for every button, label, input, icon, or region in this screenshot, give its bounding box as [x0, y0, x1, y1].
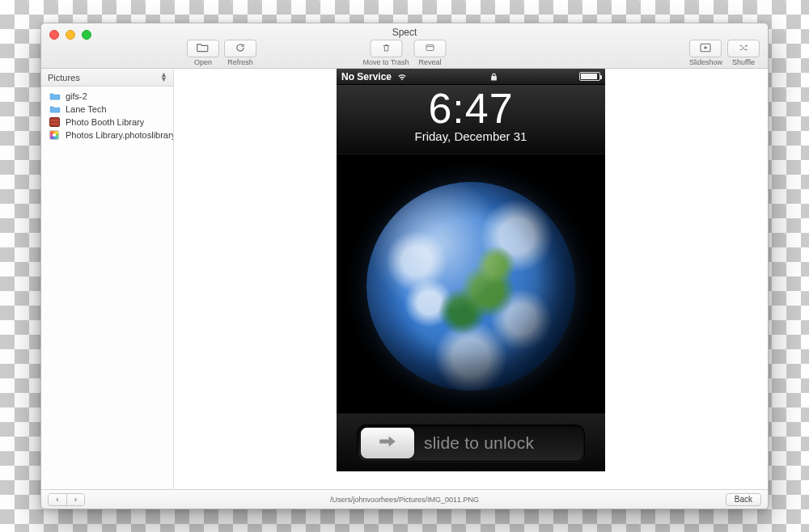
sidebar-item-label: gifs-2: [66, 91, 87, 101]
refresh-label: Refresh: [227, 58, 253, 66]
history-nav: ‹ ›: [48, 493, 85, 506]
shuffle-icon: [737, 43, 750, 55]
image-viewer: No Service 6:47 Friday, December 31: [174, 69, 768, 489]
titlebar: Spect Open Re: [41, 23, 768, 69]
photo-booth-icon: [49, 117, 61, 127]
open-label: Open: [194, 58, 212, 66]
lock-icon: [490, 72, 498, 82]
sidebar-item-label: Photo Booth Library: [66, 117, 144, 127]
slideshow-button[interactable]: [689, 40, 722, 57]
move-to-trash-button[interactable]: [370, 40, 402, 57]
sidebar-header[interactable]: Pictures ▲▼: [41, 69, 173, 87]
window-title: Spect: [41, 27, 768, 38]
footer-bar: ‹ › /Users/johnvoorhees/Pictures/IMG_001…: [41, 489, 768, 509]
open-folder-icon: [196, 42, 210, 55]
back-button-label: Back: [735, 495, 752, 504]
sort-stepper-icon[interactable]: ▲▼: [160, 73, 167, 82]
trash-icon: [381, 42, 391, 56]
shuffle-button[interactable]: [727, 40, 760, 57]
sidebar-header-label: Pictures: [48, 73, 80, 82]
arrow-right-icon: [377, 433, 398, 453]
reveal-button[interactable]: [414, 40, 447, 57]
lockscreen-time: 6:47: [337, 85, 605, 131]
refresh-icon: [235, 42, 246, 56]
open-button[interactable]: [187, 40, 219, 57]
trash-label: Move to Trash: [362, 58, 409, 66]
folder-icon: [49, 104, 61, 114]
wifi-icon: [396, 72, 408, 81]
slideshow-label: Slideshow: [689, 58, 722, 66]
toolbar: Open Refresh: [41, 40, 768, 69]
sidebar: Pictures ▲▼ gifs-2 Lane Tech: [41, 69, 174, 489]
folder-icon: [49, 91, 61, 101]
file-path: /Users/johnvoorhees/Pictures/IMG_0011.PN…: [330, 496, 479, 504]
carrier-text: No Service: [341, 71, 392, 82]
battery-icon: [579, 72, 600, 81]
shuffle-label: Shuffle: [732, 58, 755, 66]
sidebar-item-lane-tech[interactable]: Lane Tech: [41, 103, 173, 116]
sidebar-item-gifs-2[interactable]: gifs-2: [41, 90, 173, 103]
photos-library-icon: [49, 130, 61, 140]
slide-knob[interactable]: [361, 428, 414, 458]
status-bar: No Service: [337, 69, 605, 85]
nav-forward-button[interactable]: ›: [66, 494, 84, 505]
back-button[interactable]: Back: [726, 493, 761, 506]
sidebar-item-photos-library[interactable]: Photos Library.photoslibrary: [41, 129, 173, 141]
clock-band: 6:47 Friday, December 31: [337, 85, 605, 154]
chevron-right-icon: ›: [74, 495, 77, 504]
refresh-button[interactable]: [224, 40, 256, 57]
app-window: Spect Open Re: [40, 23, 769, 509]
sidebar-list: gifs-2 Lane Tech Photo Booth Library Pho…: [41, 87, 173, 145]
nav-back-button[interactable]: ‹: [49, 494, 66, 505]
sidebar-item-photo-booth[interactable]: Photo Booth Library: [41, 116, 173, 129]
wallpaper: [337, 159, 605, 413]
sidebar-item-label: Photos Library.photoslibrary: [66, 130, 173, 140]
lockscreen-date: Friday, December 31: [337, 129, 605, 143]
slide-text: slide to unlock: [424, 433, 534, 453]
svg-rect-0: [426, 44, 434, 50]
earth-icon: [366, 182, 575, 391]
slide-band: slide to unlock: [337, 413, 605, 471]
iphone-lockscreen-image: No Service 6:47 Friday, December 31: [337, 69, 605, 471]
slideshow-icon: [698, 43, 713, 55]
slide-to-unlock[interactable]: slide to unlock: [357, 424, 585, 462]
sidebar-item-label: Lane Tech: [66, 104, 107, 114]
reveal-icon: [424, 43, 437, 55]
chevron-left-icon: ‹: [56, 495, 58, 504]
reveal-label: Reveal: [419, 58, 442, 66]
